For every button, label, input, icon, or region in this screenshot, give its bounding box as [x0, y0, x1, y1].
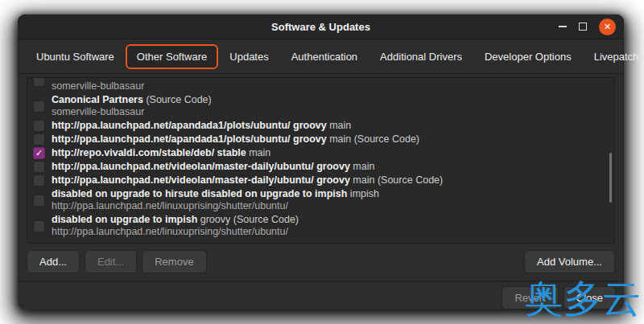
source-row[interactable]: http://ppa.launchpad.net/videolan/master… [27, 174, 614, 187]
tab-bar: Ubuntu SoftwareOther SoftwareUpdatesAuth… [19, 39, 623, 74]
source-text: Canonical Partnerssomerville-bulbasaur [52, 77, 144, 92]
software-updates-window: Software & Updates ✕ Ubuntu SoftwareOthe… [18, 14, 624, 310]
source-suffix: main (Source Code) [350, 174, 443, 186]
source-text: disabled on upgrade to impish groovy (So… [52, 214, 299, 238]
source-primary: http://ppa.launchpad.net/apandada1/plots… [52, 133, 327, 145]
scrollbar-thumb[interactable] [609, 153, 612, 203]
source-secondary: http://ppa.launchpad.net/linuxuprising/s… [52, 226, 299, 238]
source-secondary: http://ppa.launchpad.net/linuxuprising/s… [52, 200, 379, 212]
checkbox-unchecked-icon[interactable] [33, 77, 45, 87]
source-suffix: (Source Code) [143, 94, 212, 105]
tab-additional-drivers[interactable]: Additional Drivers [369, 44, 473, 69]
source-text: http://ppa.launchpad.net/apandada1/plots… [52, 120, 351, 132]
edit-button[interactable]: Edit... [85, 250, 137, 273]
source-suffix: groovy (Source Code) [197, 214, 299, 225]
remove-button[interactable]: Remove [142, 250, 206, 273]
notebook: Ubuntu SoftwareOther SoftwareUpdatesAuth… [18, 39, 624, 281]
checkbox-unchecked-icon[interactable] [33, 220, 45, 232]
source-secondary: somerville-bulbasaur [52, 80, 144, 92]
checkbox-unchecked-icon[interactable] [33, 161, 45, 173]
titlebar[interactable]: Software & Updates ✕ [18, 14, 624, 39]
add-button[interactable]: Add... [27, 250, 80, 273]
source-primary: http://repo.vivaldi.com/stable/deb/ stab… [52, 147, 246, 158]
checkbox-unchecked-icon[interactable] [33, 195, 45, 207]
source-text: http://ppa.launchpad.net/videolan/master… [52, 174, 443, 187]
source-suffix: main [327, 120, 352, 131]
watermark: 奥多云 [525, 277, 641, 321]
source-row[interactable]: http://ppa.launchpad.net/videolan/master… [27, 160, 614, 174]
source-suffix: main [350, 161, 375, 172]
close-icon[interactable]: ✕ [599, 18, 616, 35]
source-row[interactable]: http://ppa.launchpad.net/apandada1/plots… [27, 133, 614, 146]
source-list-frame: Canonical Partnerssomerville-bulbasaurCa… [27, 77, 615, 244]
source-row[interactable]: http://ppa.launchpad.net/apandada1/plots… [27, 119, 614, 133]
source-row[interactable]: disabled on upgrade to hirsute disabled … [27, 187, 614, 213]
source-primary: http://ppa.launchpad.net/apandada1/plots… [52, 120, 327, 131]
checkbox-unchecked-icon[interactable] [33, 133, 45, 146]
maximize-icon[interactable] [579, 23, 587, 31]
source-primary: http://ppa.launchpad.net/videolan/master… [52, 161, 350, 172]
checkbox-unchecked-icon[interactable] [33, 120, 45, 132]
source-primary: disabled on upgrade to hirsute disabled … [52, 188, 347, 199]
checkbox-checked-icon[interactable]: ✓ [33, 147, 45, 159]
window-title: Software & Updates [271, 21, 370, 33]
source-list: Canonical Partnerssomerville-bulbasaurCa… [27, 77, 614, 239]
source-row[interactable]: Canonical Partnerssomerville-bulbasaur [27, 77, 614, 93]
tab-ubuntu-software[interactable]: Ubuntu Software [25, 44, 126, 69]
source-text: Canonical Partners (Source Code)somervil… [52, 94, 212, 118]
source-text: disabled on upgrade to hirsute disabled … [52, 188, 379, 212]
source-suffix: main (Source Code) [327, 133, 419, 145]
spacer [212, 250, 519, 273]
tab-updates[interactable]: Updates [218, 44, 279, 69]
source-text: http://ppa.launchpad.net/videolan/master… [52, 161, 374, 173]
source-primary: http://ppa.launchpad.net/videolan/master… [52, 174, 350, 186]
source-primary: Canonical Partners [52, 94, 143, 105]
source-secondary: somerville-bulbasaur [52, 106, 212, 118]
tab-other-software[interactable]: Other Software [126, 44, 218, 69]
list-buttons: Add... Edit... Remove Add Volume... [27, 250, 615, 273]
source-primary: disabled on upgrade to impish [52, 214, 197, 225]
window-controls: ✕ [559, 14, 616, 39]
tab-developer-options[interactable]: Developer Options [473, 44, 583, 69]
minimize-icon[interactable] [559, 26, 567, 27]
source-text: http://repo.vivaldi.com/stable/deb/ stab… [52, 147, 270, 159]
source-text: http://ppa.launchpad.net/apandada1/plots… [52, 133, 419, 146]
checkbox-unchecked-icon[interactable] [33, 174, 45, 187]
source-row[interactable]: Canonical Partners (Source Code)somervil… [27, 93, 614, 119]
tab-livepatch[interactable]: Livepatch [583, 44, 644, 69]
add-volume-button[interactable]: Add Volume... [524, 250, 615, 273]
tab-authentication[interactable]: Authentication [280, 44, 369, 69]
source-suffix: impish [347, 188, 379, 199]
source-suffix: main [246, 147, 271, 158]
source-row[interactable]: disabled on upgrade to impish groovy (So… [27, 213, 614, 239]
source-primary: Canonical Partners [52, 77, 143, 80]
source-row[interactable]: ✓http://repo.vivaldi.com/stable/deb/ sta… [27, 146, 614, 160]
checkbox-unchecked-icon[interactable] [33, 100, 45, 113]
